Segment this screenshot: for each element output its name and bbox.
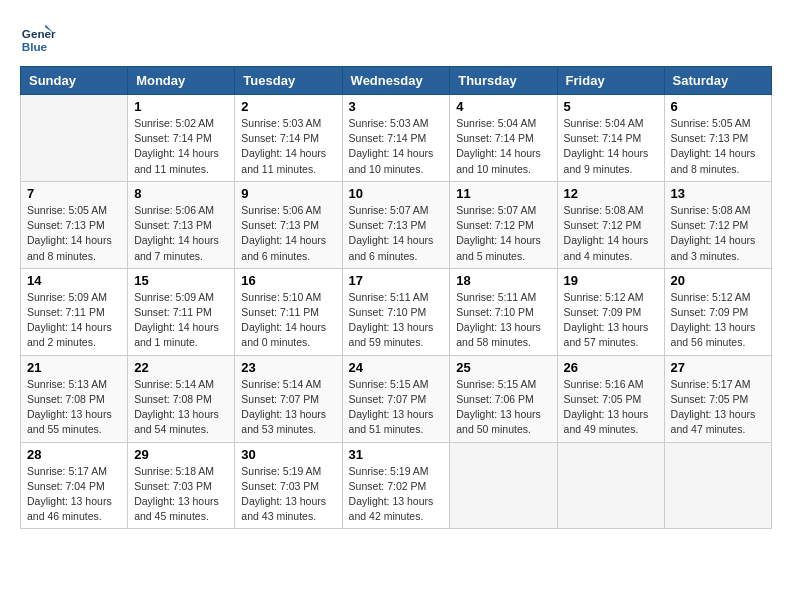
day-number: 14 [27,273,121,288]
svg-text:Blue: Blue [22,40,48,53]
day-info: Sunrise: 5:05 AMSunset: 7:13 PMDaylight:… [671,116,765,177]
svg-text:General: General [22,27,56,40]
week-row-2: 14Sunrise: 5:09 AMSunset: 7:11 PMDayligh… [21,268,772,355]
day-info: Sunrise: 5:12 AMSunset: 7:09 PMDaylight:… [564,290,658,351]
day-cell: 20Sunrise: 5:12 AMSunset: 7:09 PMDayligh… [664,268,771,355]
day-cell: 2Sunrise: 5:03 AMSunset: 7:14 PMDaylight… [235,95,342,182]
day-cell: 18Sunrise: 5:11 AMSunset: 7:10 PMDayligh… [450,268,557,355]
day-info: Sunrise: 5:07 AMSunset: 7:13 PMDaylight:… [349,203,444,264]
day-info: Sunrise: 5:04 AMSunset: 7:14 PMDaylight:… [456,116,550,177]
day-cell: 9Sunrise: 5:06 AMSunset: 7:13 PMDaylight… [235,181,342,268]
day-cell: 11Sunrise: 5:07 AMSunset: 7:12 PMDayligh… [450,181,557,268]
day-info: Sunrise: 5:02 AMSunset: 7:14 PMDaylight:… [134,116,228,177]
day-number: 13 [671,186,765,201]
week-row-3: 21Sunrise: 5:13 AMSunset: 7:08 PMDayligh… [21,355,772,442]
header-wednesday: Wednesday [342,67,450,95]
header-saturday: Saturday [664,67,771,95]
day-number: 15 [134,273,228,288]
day-info: Sunrise: 5:16 AMSunset: 7:05 PMDaylight:… [564,377,658,438]
day-cell: 26Sunrise: 5:16 AMSunset: 7:05 PMDayligh… [557,355,664,442]
day-cell: 16Sunrise: 5:10 AMSunset: 7:11 PMDayligh… [235,268,342,355]
day-number: 25 [456,360,550,375]
day-info: Sunrise: 5:04 AMSunset: 7:14 PMDaylight:… [564,116,658,177]
day-number: 22 [134,360,228,375]
day-cell: 15Sunrise: 5:09 AMSunset: 7:11 PMDayligh… [128,268,235,355]
day-number: 29 [134,447,228,462]
day-number: 21 [27,360,121,375]
logo-icon: General Blue [20,20,56,56]
day-info: Sunrise: 5:08 AMSunset: 7:12 PMDaylight:… [671,203,765,264]
day-info: Sunrise: 5:15 AMSunset: 7:07 PMDaylight:… [349,377,444,438]
day-info: Sunrise: 5:14 AMSunset: 7:08 PMDaylight:… [134,377,228,438]
day-number: 19 [564,273,658,288]
day-cell: 4Sunrise: 5:04 AMSunset: 7:14 PMDaylight… [450,95,557,182]
day-number: 16 [241,273,335,288]
day-cell: 7Sunrise: 5:05 AMSunset: 7:13 PMDaylight… [21,181,128,268]
day-number: 6 [671,99,765,114]
header-friday: Friday [557,67,664,95]
day-cell: 28Sunrise: 5:17 AMSunset: 7:04 PMDayligh… [21,442,128,529]
day-cell: 30Sunrise: 5:19 AMSunset: 7:03 PMDayligh… [235,442,342,529]
day-info: Sunrise: 5:09 AMSunset: 7:11 PMDaylight:… [134,290,228,351]
day-number: 1 [134,99,228,114]
day-info: Sunrise: 5:11 AMSunset: 7:10 PMDaylight:… [349,290,444,351]
day-number: 3 [349,99,444,114]
day-cell: 19Sunrise: 5:12 AMSunset: 7:09 PMDayligh… [557,268,664,355]
calendar-table: SundayMondayTuesdayWednesdayThursdayFrid… [20,66,772,529]
day-cell: 5Sunrise: 5:04 AMSunset: 7:14 PMDaylight… [557,95,664,182]
day-number: 24 [349,360,444,375]
day-cell: 12Sunrise: 5:08 AMSunset: 7:12 PMDayligh… [557,181,664,268]
day-number: 23 [241,360,335,375]
day-cell: 1Sunrise: 5:02 AMSunset: 7:14 PMDaylight… [128,95,235,182]
day-cell [557,442,664,529]
header-thursday: Thursday [450,67,557,95]
day-cell [450,442,557,529]
day-cell: 13Sunrise: 5:08 AMSunset: 7:12 PMDayligh… [664,181,771,268]
header-tuesday: Tuesday [235,67,342,95]
day-info: Sunrise: 5:19 AMSunset: 7:02 PMDaylight:… [349,464,444,525]
day-info: Sunrise: 5:03 AMSunset: 7:14 PMDaylight:… [349,116,444,177]
day-number: 31 [349,447,444,462]
day-info: Sunrise: 5:11 AMSunset: 7:10 PMDaylight:… [456,290,550,351]
day-number: 8 [134,186,228,201]
day-number: 27 [671,360,765,375]
header-sunday: Sunday [21,67,128,95]
day-info: Sunrise: 5:05 AMSunset: 7:13 PMDaylight:… [27,203,121,264]
day-number: 11 [456,186,550,201]
day-cell: 8Sunrise: 5:06 AMSunset: 7:13 PMDaylight… [128,181,235,268]
day-number: 30 [241,447,335,462]
day-number: 4 [456,99,550,114]
week-row-0: 1Sunrise: 5:02 AMSunset: 7:14 PMDaylight… [21,95,772,182]
day-info: Sunrise: 5:06 AMSunset: 7:13 PMDaylight:… [241,203,335,264]
logo: General Blue [20,20,60,56]
day-cell: 10Sunrise: 5:07 AMSunset: 7:13 PMDayligh… [342,181,450,268]
day-cell: 24Sunrise: 5:15 AMSunset: 7:07 PMDayligh… [342,355,450,442]
day-cell: 6Sunrise: 5:05 AMSunset: 7:13 PMDaylight… [664,95,771,182]
day-number: 18 [456,273,550,288]
day-cell: 23Sunrise: 5:14 AMSunset: 7:07 PMDayligh… [235,355,342,442]
day-info: Sunrise: 5:13 AMSunset: 7:08 PMDaylight:… [27,377,121,438]
day-cell: 22Sunrise: 5:14 AMSunset: 7:08 PMDayligh… [128,355,235,442]
day-info: Sunrise: 5:12 AMSunset: 7:09 PMDaylight:… [671,290,765,351]
header-row: SundayMondayTuesdayWednesdayThursdayFrid… [21,67,772,95]
day-number: 5 [564,99,658,114]
day-info: Sunrise: 5:14 AMSunset: 7:07 PMDaylight:… [241,377,335,438]
day-cell: 29Sunrise: 5:18 AMSunset: 7:03 PMDayligh… [128,442,235,529]
day-cell: 27Sunrise: 5:17 AMSunset: 7:05 PMDayligh… [664,355,771,442]
day-cell [21,95,128,182]
day-info: Sunrise: 5:18 AMSunset: 7:03 PMDaylight:… [134,464,228,525]
day-number: 20 [671,273,765,288]
day-info: Sunrise: 5:09 AMSunset: 7:11 PMDaylight:… [27,290,121,351]
day-info: Sunrise: 5:03 AMSunset: 7:14 PMDaylight:… [241,116,335,177]
day-number: 26 [564,360,658,375]
day-info: Sunrise: 5:17 AMSunset: 7:04 PMDaylight:… [27,464,121,525]
day-number: 9 [241,186,335,201]
day-cell: 3Sunrise: 5:03 AMSunset: 7:14 PMDaylight… [342,95,450,182]
week-row-4: 28Sunrise: 5:17 AMSunset: 7:04 PMDayligh… [21,442,772,529]
day-info: Sunrise: 5:10 AMSunset: 7:11 PMDaylight:… [241,290,335,351]
day-number: 2 [241,99,335,114]
day-info: Sunrise: 5:06 AMSunset: 7:13 PMDaylight:… [134,203,228,264]
day-info: Sunrise: 5:15 AMSunset: 7:06 PMDaylight:… [456,377,550,438]
day-number: 10 [349,186,444,201]
page-header: General Blue [20,20,772,56]
